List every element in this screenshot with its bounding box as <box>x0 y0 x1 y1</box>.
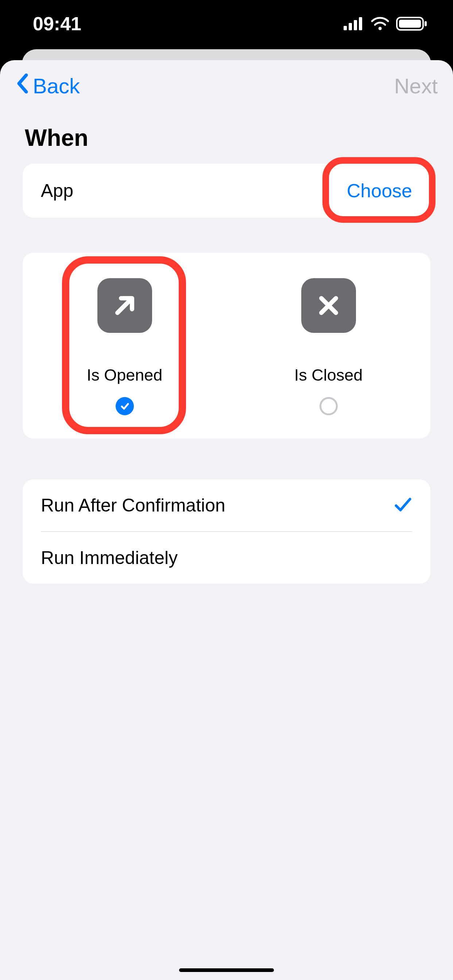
nav-bar: Back Next <box>0 60 453 111</box>
run-confirm-label: Run After Confirmation <box>41 495 225 516</box>
svg-rect-7 <box>424 21 427 26</box>
battery-icon <box>396 17 427 30</box>
back-label: Back <box>33 74 80 98</box>
trigger-options-card: Is Opened Is Closed <box>22 253 431 439</box>
arrow-up-right-icon <box>97 278 152 333</box>
status-bar: 09:41 <box>0 0 453 48</box>
trigger-opened-label: Is Opened <box>87 366 163 385</box>
app-label: App <box>41 180 73 201</box>
checkmark-icon <box>394 496 412 514</box>
wifi-icon <box>370 17 389 30</box>
trigger-option-closed[interactable]: Is Closed <box>226 253 431 439</box>
back-button[interactable]: Back <box>15 73 80 99</box>
run-mode-immediate[interactable]: Run Immediately <box>41 531 412 584</box>
svg-rect-1 <box>349 23 352 30</box>
svg-rect-0 <box>344 26 347 30</box>
x-icon <box>301 278 356 333</box>
cell-signal-icon <box>344 17 364 30</box>
run-immediate-label: Run Immediately <box>41 547 178 568</box>
svg-point-4 <box>379 27 382 30</box>
chevron-left-icon <box>15 73 30 99</box>
app-selector-row[interactable]: App Choose <box>22 164 431 218</box>
trigger-closed-label: Is Closed <box>294 366 363 385</box>
svg-rect-2 <box>354 20 357 30</box>
trigger-option-opened[interactable]: Is Opened <box>22 253 226 439</box>
modal-sheet: Back Next When App Choose Is Opened <box>0 60 453 980</box>
status-icons <box>344 17 427 30</box>
radio-checked-icon <box>116 397 134 415</box>
section-title: When <box>25 124 428 151</box>
status-time: 09:41 <box>33 13 81 35</box>
next-label: Next <box>394 74 438 98</box>
svg-rect-6 <box>399 20 421 28</box>
svg-rect-3 <box>359 17 362 30</box>
next-button[interactable]: Next <box>394 74 438 98</box>
radio-unchecked-icon <box>319 397 338 415</box>
choose-button[interactable]: Choose <box>347 180 412 202</box>
run-mode-confirmation[interactable]: Run After Confirmation <box>22 479 431 531</box>
home-indicator[interactable] <box>179 968 274 972</box>
run-mode-card: Run After Confirmation Run Immediately <box>22 479 431 584</box>
